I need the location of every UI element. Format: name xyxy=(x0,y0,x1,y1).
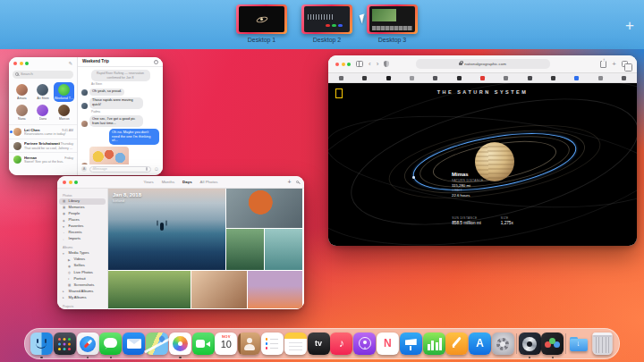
photos-sidebar-item[interactable]: ◉ Selfies xyxy=(59,263,106,269)
favorite-favicon[interactable] xyxy=(598,76,603,80)
photos-sidebar-item[interactable]: ◈ Places xyxy=(59,217,106,223)
favorite-favicon[interactable] xyxy=(410,76,414,80)
photo-sunset[interactable] xyxy=(248,271,302,308)
desktop-3[interactable]: Desktop 3 xyxy=(367,4,418,44)
photos-sidebar-item[interactable]: ↓ Imports xyxy=(59,236,106,242)
compose-icon[interactable]: ✎ xyxy=(68,61,72,67)
mic-icon[interactable] xyxy=(146,167,148,171)
dock-icon-cinema4d[interactable] xyxy=(519,333,541,355)
favorite-favicon[interactable] xyxy=(433,76,437,80)
dock-icon-contacts[interactable] xyxy=(238,333,260,355)
favorite-favicon[interactable] xyxy=(528,76,532,80)
messages-window[interactable]: ✎ Search Amara Ari Stein Weekend Trip Na… xyxy=(9,57,163,175)
pinned-conversation[interactable]: Nana xyxy=(12,103,32,122)
photos-sidebar-item[interactable]: Photos xyxy=(59,193,106,198)
share-icon[interactable] xyxy=(600,61,606,68)
emoji-icon[interactable]: ☺ xyxy=(154,166,159,172)
photo-hero-lagoon[interactable]: Jan 8, 2018 Iceland xyxy=(108,189,225,270)
add-icon[interactable]: + xyxy=(287,179,291,185)
address-bar[interactable]: nationalgeographic.com xyxy=(416,59,550,69)
search-icon[interactable] xyxy=(296,181,300,184)
dock-icon-pages[interactable] xyxy=(445,333,468,355)
photos-sidebar-item[interactable]: ♥ Favorites xyxy=(59,223,106,230)
photos-sidebar-item[interactable]: ◉ People xyxy=(59,211,106,217)
desktop-1[interactable]: Desktop 1 xyxy=(236,4,287,44)
new-tab-button[interactable]: + xyxy=(612,61,616,68)
view-tab[interactable]: Years xyxy=(144,180,154,184)
dock-icon-davinci-resolve[interactable] xyxy=(541,333,564,355)
favorite-favicon[interactable] xyxy=(339,76,343,80)
conversation-row[interactable]: HernanFriday Sweet! See you at the bus. xyxy=(9,152,77,166)
favorite-favicon[interactable] xyxy=(480,76,485,80)
favorite-favicon[interactable] xyxy=(622,76,626,80)
favorite-favicon[interactable] xyxy=(457,76,462,80)
photo-landscape[interactable] xyxy=(108,271,191,308)
dock-icon-music[interactable]: ♪ xyxy=(330,333,352,355)
desktop-2[interactable]: Desktop 2 xyxy=(301,4,352,44)
mimas-moon-dot[interactable] xyxy=(412,176,415,179)
dock-icon-reminders[interactable] xyxy=(261,333,284,355)
photos-sidebar-item[interactable]: ◐ Portrait xyxy=(59,276,106,282)
dock-icon-tv[interactable]: tv xyxy=(308,333,330,355)
favorite-favicon[interactable] xyxy=(386,76,391,80)
view-tab[interactable]: Days xyxy=(182,180,192,184)
photos-sidebar-item[interactable]: ▶ Videos xyxy=(59,257,106,263)
photo-orange-jacket[interactable] xyxy=(226,189,302,228)
photos-sidebar-item[interactable]: Projects xyxy=(59,303,106,308)
dock-icon-keynote[interactable] xyxy=(400,333,422,355)
favorite-favicon[interactable] xyxy=(574,76,579,80)
conversation-row[interactable]: Parinee SrichaiwanitThursday That would … xyxy=(9,139,77,153)
traffic-lights[interactable] xyxy=(335,63,351,66)
photo-group-selfie[interactable] xyxy=(191,271,247,308)
pinned-conversation[interactable]: Dana xyxy=(33,103,54,122)
dock-icon-app-store[interactable]: A xyxy=(469,333,491,355)
photos-window[interactable]: YearsMonthsDaysAll Photos + Photos ▦ Lib… xyxy=(57,176,304,309)
dock-icon-podcasts[interactable] xyxy=(353,333,376,355)
sidebar-toggle-icon[interactable] xyxy=(356,61,363,67)
dock-icon-numbers[interactable] xyxy=(423,333,445,355)
info-icon[interactable]: i xyxy=(154,60,158,64)
add-desktop-button[interactable]: + xyxy=(625,17,634,35)
photos-sidebar-item[interactable]: ▸ My Albums xyxy=(59,295,106,301)
dock-icon-system-preferences[interactable] xyxy=(492,333,514,355)
desktop-2-thumbnail[interactable] xyxy=(301,4,352,34)
tab-overview-icon[interactable] xyxy=(622,61,628,67)
back-button[interactable]: ‹ xyxy=(369,61,371,68)
pinned-conversation[interactable]: Weekend Trip xyxy=(54,82,74,102)
pinned-conversation[interactable]: Marcus xyxy=(54,103,74,122)
dock-icon-maps[interactable] xyxy=(146,333,168,355)
search-input[interactable]: Search xyxy=(13,71,73,79)
memoji-image-attachment[interactable] xyxy=(89,147,129,164)
dock-icon-launchpad[interactable] xyxy=(54,333,76,355)
dock-icon-calendar[interactable]: NOV 10 xyxy=(215,333,237,355)
privacy-shield-icon[interactable] xyxy=(384,61,389,67)
view-tab[interactable]: All Photos xyxy=(200,180,218,184)
photo-waterfall[interactable] xyxy=(226,229,264,270)
desktop-1-thumbnail[interactable] xyxy=(236,4,287,34)
traffic-lights[interactable] xyxy=(13,62,29,65)
favorite-favicon[interactable] xyxy=(504,76,508,80)
photos-sidebar-item[interactable]: ▣ Memories xyxy=(59,205,106,211)
photos-sidebar-item[interactable]: ▦ Screenshots xyxy=(59,282,106,289)
photos-sidebar-item[interactable]: ◔ Recents xyxy=(59,230,106,236)
dock-icon-notes[interactable] xyxy=(284,333,307,355)
favorite-favicon[interactable] xyxy=(551,76,555,80)
dock-icon-trash[interactable] xyxy=(592,333,613,355)
photo-glacier[interactable] xyxy=(265,229,302,270)
dock-icon-mail[interactable] xyxy=(123,333,145,355)
pinned-conversation[interactable]: Ari Stein xyxy=(33,82,54,102)
view-tab[interactable]: Months xyxy=(162,180,174,184)
photos-sidebar-item[interactable]: ▦ Library xyxy=(59,198,106,205)
photos-sidebar-item[interactable]: ▸ Shared Albums xyxy=(59,289,106,295)
safari-window[interactable]: ‹ › nationalgeographic.com + THE SATURN … xyxy=(328,55,637,246)
dock-icon-downloads[interactable]: ↓ xyxy=(568,333,590,355)
forward-button[interactable]: › xyxy=(377,61,379,68)
desktop-3-thumbnail[interactable] xyxy=(367,4,418,34)
favorite-favicon[interactable] xyxy=(362,76,367,80)
message-input[interactable]: iMessage xyxy=(89,166,152,173)
dock-icon-photos[interactable] xyxy=(169,333,191,355)
dock-icon-messages[interactable] xyxy=(99,333,122,355)
dock-icon-news[interactable]: N xyxy=(377,333,399,355)
imessage-apps-icon[interactable]: A xyxy=(81,166,87,172)
conversation-row[interactable]: Lei Chen9:41 AM Reservations came in tod… xyxy=(9,124,77,139)
